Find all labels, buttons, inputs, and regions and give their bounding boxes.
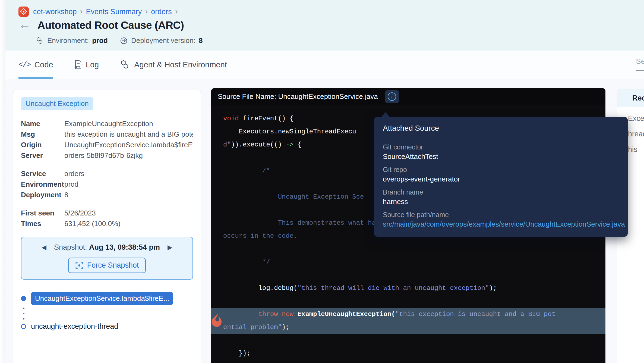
tooltip-field-value: overops-event-generator: [383, 175, 619, 183]
page-header: cet-workshop › Events Summary › orders ›…: [5, 0, 644, 51]
code-line: ential problem");: [211, 321, 605, 334]
code-token: throw new: [258, 311, 298, 318]
code-token: void: [223, 115, 239, 122]
code-token: /*: [262, 167, 270, 174]
environment-label: Environment:: [47, 36, 89, 45]
source-file-name: Source File Name: UncaughtExceptionServi…: [218, 92, 378, 101]
stack-trace: UncaughtExceptionService.lambda$fireE...…: [21, 292, 193, 331]
stack-connector-dots: [23, 308, 193, 320]
field-value: prod: [64, 179, 193, 190]
code-token: log.debug(: [258, 284, 298, 292]
field-row: Environmentprod: [21, 179, 193, 190]
tooltip-field-label: Git connector: [383, 143, 619, 151]
tooltip-field-label: Branch name: [383, 188, 619, 196]
event-details-card: Uncaught Exception NameExampleUncaughtEx…: [13, 90, 201, 363]
search-input[interactable]: Sea: [636, 57, 644, 71]
snapshot-prev-button[interactable]: ◀: [42, 244, 46, 251]
tab-agent-host-environment[interactable]: Agent & Host Environment: [120, 60, 227, 70]
field-row: Serviceorders: [21, 168, 193, 179]
code-token: ExampleUncaughtException(: [298, 311, 395, 318]
code-line: throw new ExampleUncaughtException("this…: [211, 308, 605, 321]
code-line: [211, 269, 605, 282]
left-edge-strip: [0, 0, 5, 363]
breadcrumb-separator: ›: [145, 7, 148, 15]
field-value: ExampleUncaughtException: [64, 118, 193, 129]
deployment-label: Deployment version:: [131, 36, 195, 45]
meta-row: Environment: prod Deployment version: 8: [36, 36, 203, 45]
field-row: NameExampleUncaughtException: [21, 118, 193, 129]
field-value: orders-5b8f97d67b-6zjkg: [64, 150, 193, 161]
field-label: Name: [21, 118, 64, 129]
breadcrumb-link-events-summary[interactable]: Events Summary: [86, 8, 142, 16]
tab-agent-label: Agent & Host Environment: [134, 60, 227, 69]
code-token: Executors.newSingleThreadExecu: [239, 128, 356, 135]
snapshot-capture-icon: [75, 261, 83, 270]
field-label: First seen: [21, 208, 64, 218]
stack-thread-bullet: [21, 324, 26, 329]
tooltip-divider: [383, 138, 619, 138]
tab-bar: </> Code Log Agent & Host Enviro: [5, 51, 644, 79]
field-row: First seen5/26/2023: [21, 208, 193, 218]
field-group: First seen5/26/2023Times631,452 (100.0%): [21, 208, 193, 229]
code-token: ->: [286, 141, 293, 148]
hexagons-icon: [120, 60, 130, 70]
tooltip-source-path-link[interactable]: src/main/java/com/overops/examples/servi…: [383, 220, 619, 229]
field-row: OriginUncaughtExceptionService.lambda$fi…: [21, 140, 193, 150]
tab-code-label: Code: [34, 60, 53, 69]
code-line: });: [211, 347, 605, 360]
field-value: 8: [64, 190, 193, 200]
field-group: ServiceordersEnvironmentprodDeployment8: [21, 168, 193, 200]
tab-code[interactable]: </> Code: [18, 60, 53, 69]
stack-thread-item[interactable]: uncaught-exception-thread: [31, 322, 118, 331]
code-token: ential problem": [223, 324, 282, 331]
event-fields: NameExampleUncaughtExceptionMsgthis exce…: [21, 118, 193, 229]
code-token: Uncaught Exception Sce: [278, 193, 364, 201]
field-group: NameExampleUncaughtExceptionMsgthis exce…: [21, 118, 193, 161]
code-viewer-header: Source File Name: UncaughtExceptionServi…: [211, 88, 605, 105]
snapshot-box: ◀ Snapshot: Aug 13, 09:38:54 pm ▶ Force …: [21, 237, 193, 280]
environment-meta: Environment: prod: [36, 36, 108, 45]
log-icon: [74, 60, 82, 69]
tooltip-field-value: harness: [383, 198, 619, 206]
tab-log[interactable]: Log: [74, 60, 99, 69]
field-row: Times631,452 (100.0%): [21, 218, 193, 229]
snapshot-next-button[interactable]: ▶: [168, 244, 172, 251]
attached-source-info-button[interactable]: i: [385, 90, 399, 103]
breadcrumb-link-workspace[interactable]: cet-workshop: [33, 8, 77, 16]
hexagons-icon: [36, 37, 44, 45]
code-line: [211, 295, 605, 308]
code-token: )).execute((): [231, 141, 286, 148]
code-token: fireEvent() {: [239, 115, 294, 122]
field-value: 631,452 (100.0%): [64, 218, 193, 229]
code-token: occurs in the code.: [223, 232, 298, 240]
snapshot-timestamp: Aug 13, 09:38:54 pm: [89, 243, 160, 251]
tooltip-field-value: SourceAttachTest: [383, 152, 619, 161]
field-value: UncaughtExceptionService.lambda$fireEven: [64, 140, 193, 150]
field-label: Deployment: [21, 190, 64, 200]
back-arrow-icon[interactable]: ←: [18, 18, 31, 31]
app-logo-icon[interactable]: [18, 7, 29, 17]
snapshot-label: Snapshot: Aug 13, 09:38:54 pm: [54, 243, 160, 252]
version-icon: [120, 37, 128, 45]
tooltip-field-label: Git repo: [383, 166, 619, 174]
force-snapshot-button[interactable]: Force Snapshot: [68, 258, 146, 273]
event-type-badge: Uncaught Exception: [21, 97, 93, 110]
code-token: "this thread will die with an uncaught e…: [298, 284, 489, 292]
field-label: Times: [21, 218, 64, 229]
field-label: Server: [21, 150, 64, 161]
field-value: this exception is uncaught and a BIG pot…: [64, 129, 193, 140]
breadcrumb-link-service[interactable]: orders: [151, 8, 172, 16]
field-value: orders: [64, 168, 193, 179]
info-icon: i: [388, 92, 396, 101]
stack-frame-selected[interactable]: UncaughtExceptionService.lambda$fireE...: [31, 292, 173, 305]
field-label: Origin: [21, 140, 64, 150]
code-line: [211, 334, 605, 347]
breadcrumb-separator: ›: [175, 7, 178, 15]
tooltip-field-label: Source file path/name: [383, 211, 619, 219]
active-tab-underline: [18, 77, 53, 79]
force-snapshot-label: Force Snapshot: [87, 261, 139, 270]
field-label: Environment: [21, 179, 64, 190]
deployment-meta: Deployment version: 8: [120, 36, 203, 45]
snapshot-label-text: Snapshot:: [54, 243, 89, 251]
environment-value: prod: [92, 36, 108, 45]
